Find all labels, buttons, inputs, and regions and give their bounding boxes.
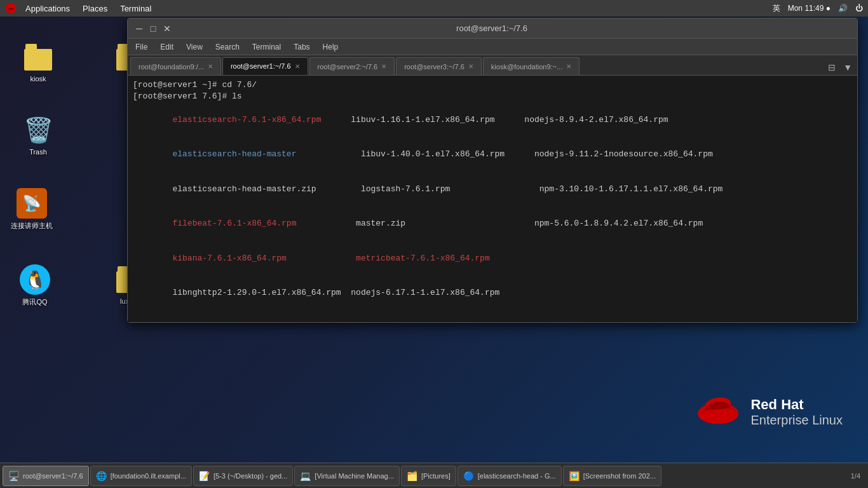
menu-terminal[interactable]: Terminal [247, 41, 286, 53]
taskbar-page-indicator: 1/4 [851, 472, 865, 480]
term-line-2: [root@server1 7.6]# ls [133, 91, 852, 102]
tab-2[interactable]: root@server1:~/7.6 ✕ [222, 57, 308, 75]
term-line-8: libnghttp2-1.29.0-1.el7.x86_64.rpm nodej… [133, 276, 852, 311]
menu-view[interactable]: View [181, 41, 208, 53]
menu-search[interactable]: Search [210, 41, 245, 53]
taskbar-item-editor[interactable]: 📝 [5-3 (~/Desktop) - ged... [193, 466, 293, 486]
power-icon[interactable]: ⏻ [855, 4, 863, 13]
taskbar-item-chrome[interactable]: 🔵 [elasticsearch-head - G... [458, 466, 562, 486]
tab-5[interactable]: kiosk@foundation9:~... ✕ [483, 57, 580, 75]
redhat-logo: Red Hat Enterprise Linux [696, 393, 843, 431]
tab-close-3[interactable]: ✕ [381, 63, 386, 70]
tab-close-1[interactable]: ✕ [208, 63, 213, 70]
tab-arrow-btn[interactable]: ▼ [841, 61, 855, 74]
term-line-6: filebeat-7.6.1-x86_64.rpm master.zip npm… [133, 207, 852, 241]
places-menu[interactable]: Places [76, 0, 114, 17]
taskbar-item-screenshot[interactable]: 🖼️ [Screenshot from 202... [563, 466, 661, 486]
close-button[interactable]: ✕ [161, 22, 173, 35]
volume-icon[interactable]: 🔊 [838, 4, 848, 13]
redhat-product: Enterprise Linux [750, 413, 843, 428]
redhat-name: Red Hat [750, 396, 843, 413]
menu-help[interactable]: Help [318, 41, 344, 53]
tab-close-5[interactable]: ✕ [566, 63, 571, 70]
redhat-icon [5, 3, 17, 14]
menu-tabs[interactable]: Tabs [288, 41, 315, 53]
applications-menu[interactable]: Applications [19, 0, 76, 17]
tab-close-4[interactable]: ✕ [468, 63, 473, 70]
tab-close-2[interactable]: ✕ [295, 63, 300, 70]
desktop-icon-trash[interactable]: 🗑️ Trash [13, 115, 64, 156]
menu-file[interactable]: File [130, 41, 153, 53]
tab-1[interactable]: root@foundation9:/... ✕ [130, 57, 221, 75]
top-menubar: Applications Places Terminal 英 Mon 11:49… [0, 0, 868, 17]
term-line-command: [root@server1 7.6]# rpm -ivh logstash-7.… [133, 311, 852, 322]
taskbar: 🖥️ root@server1:~/7.6 🌐 [foundation0.ilt… [0, 463, 868, 488]
term-line-1: [root@server1 ~]# cd 7.6/ [133, 79, 852, 91]
term-line-3: elasticsearch-7.6.1-x86_64.rpm libuv-1.1… [133, 102, 852, 137]
term-line-7: kibana-7.6.1-x86_64.rpm metricbeat-7.6.1… [133, 241, 852, 276]
menu-edit[interactable]: Edit [155, 41, 179, 53]
terminal-window: ─ □ ✕ root@server1:~/7.6 File Edit View … [127, 18, 858, 323]
clock: Mon 11:49 ● [788, 4, 831, 13]
terminal-menubar: File Edit View Search Terminal Tabs Help [128, 39, 857, 55]
terminal-titlebar: ─ □ ✕ root@server1:~/7.6 [128, 18, 857, 39]
desktop-icon-qq[interactable]: 🐧 腾讯QQ [10, 264, 60, 307]
desktop-icon-kiosk[interactable]: kiosk [13, 42, 64, 83]
term-line-4: elasticsearch-head-master libuv-1.40.0-1… [133, 137, 852, 172]
maximize-button[interactable]: □ [147, 22, 159, 35]
taskbar-item-browser1[interactable]: 🌐 [foundation0.ilt.exampl... [90, 466, 192, 486]
redhat-hat-icon [696, 393, 740, 431]
tab-3[interactable]: root@server2:~/7.6 ✕ [309, 57, 395, 75]
terminal-tabs: root@foundation9:/... ✕ root@server1:~/7… [128, 55, 857, 76]
terminal-title: root@server1:~/7.6 [173, 24, 810, 33]
tab-screenshot-btn[interactable]: ⊟ [825, 61, 838, 74]
taskbar-item-vm[interactable]: 💻 [Virtual Machine Manag... [294, 466, 400, 486]
taskbar-item-pictures[interactable]: 🗂️ [Pictures] [401, 466, 456, 486]
language-indicator: 英 [773, 3, 780, 14]
minimize-button[interactable]: ─ [133, 22, 146, 35]
term-line-5: elasticsearch-head-master.zip logstash-7… [133, 172, 852, 207]
desktop-icon-connect[interactable]: 📡 连接讲师主机 [6, 188, 57, 231]
terminal-menu[interactable]: Terminal [114, 0, 158, 17]
taskbar-item-terminal[interactable]: 🖥️ root@server1:~/7.6 [3, 466, 89, 486]
tab-4[interactable]: root@server3:~/7.6 ✕ [396, 57, 482, 75]
desktop: kiosk 🗑️ Trash 📡 连接讲师主机 🐧 腾讯QQ [0, 17, 868, 463]
terminal-content[interactable]: [root@server1 ~]# cd 7.6/ [root@server1 … [128, 76, 857, 322]
